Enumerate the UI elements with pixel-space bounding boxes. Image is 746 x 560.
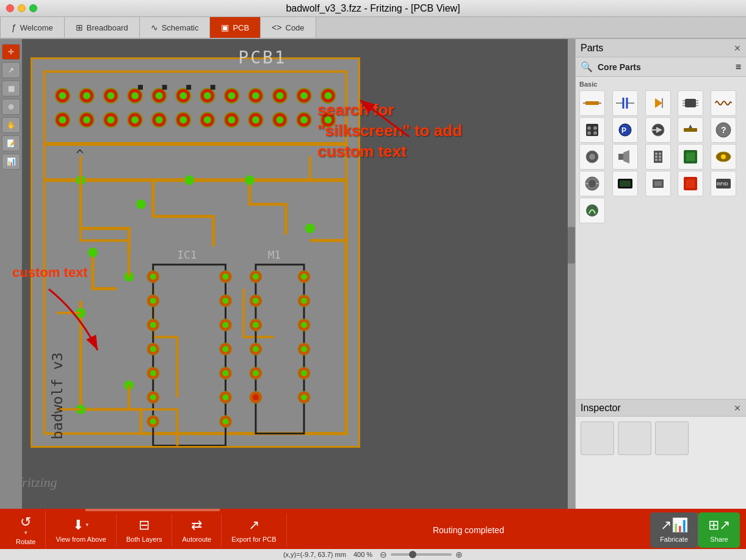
svg-point-41 <box>228 117 235 124</box>
minimize-window-btn[interactable] <box>18 4 26 12</box>
canvas-scrollbar[interactable] <box>568 39 575 509</box>
svg-rect-135 <box>685 99 696 107</box>
window-title: badwolf_v3_3.fzz - Fritzing - [PCB View] <box>286 3 460 14</box>
tab-code[interactable]: <> Code <box>261 17 316 38</box>
autoroute-btn[interactable]: ⇄ Autoroute <box>172 514 222 547</box>
svg-point-45 <box>277 117 284 124</box>
svg-point-92 <box>253 322 259 328</box>
svg-point-9 <box>131 92 139 99</box>
part-speaker[interactable] <box>612 144 638 170</box>
part-unknown[interactable]: ? <box>711 117 736 143</box>
svg-point-37 <box>179 117 187 124</box>
part-pushbutton[interactable]: P <box>612 117 638 143</box>
share-btn[interactable]: ⊞↗ Share <box>698 512 740 548</box>
part-motor[interactable] <box>579 171 605 196</box>
svg-rect-51 <box>162 85 167 90</box>
inspector-panel: Inspector ✕ <box>576 399 746 509</box>
part-sensor[interactable] <box>711 144 736 170</box>
svg-point-143 <box>587 126 591 130</box>
welcome-icon: ƒ <box>12 23 16 32</box>
zoom-out-btn[interactable]: ⊖ <box>380 550 387 559</box>
zoom-in-tool[interactable]: ⊕ <box>2 99 20 115</box>
rotate-tool-btn[interactable]: ↺ ▼ Rotate <box>6 511 46 549</box>
parts-menu-btn[interactable]: ≡ <box>736 62 741 73</box>
part-header[interactable] <box>645 144 671 170</box>
code-icon: <> <box>272 23 281 32</box>
parts-close-btn[interactable]: ✕ <box>734 43 741 53</box>
pcb-board: ^ <box>31 57 360 448</box>
zoom-in-btn[interactable]: ⊕ <box>455 550 463 559</box>
svg-point-108 <box>301 370 307 376</box>
part-inductor[interactable] <box>711 90 736 116</box>
hand-tool[interactable]: ✋ <box>2 117 20 133</box>
svg-point-66 <box>150 346 156 352</box>
part-radio[interactable] <box>579 198 605 223</box>
parts-header-controls: ✕ <box>734 43 741 53</box>
route-tool[interactable]: ↗ <box>2 62 20 78</box>
drc-tool[interactable]: 📊 <box>2 154 20 170</box>
zoom-slider[interactable] <box>391 553 452 556</box>
part-transistor[interactable] <box>645 117 671 143</box>
svg-point-62 <box>150 298 156 304</box>
breadboard-icon: ⊞ <box>76 23 83 32</box>
svg-point-100 <box>301 274 307 280</box>
svg-point-145 <box>587 131 591 135</box>
svg-point-60 <box>150 274 156 280</box>
select-tool[interactable]: ✛ <box>2 44 20 60</box>
svg-point-7 <box>107 92 115 99</box>
export-pcb-btn[interactable]: ↗ Export for PCB <box>222 514 286 547</box>
svg-point-15 <box>204 92 211 99</box>
part-ic2[interactable] <box>678 144 703 170</box>
part-rfid[interactable]: RFID <box>711 171 736 196</box>
part-led[interactable] <box>645 90 671 116</box>
pcb-canvas-label: PCB1 <box>238 48 286 68</box>
close-window-btn[interactable] <box>6 4 14 12</box>
tab-pcb[interactable]: ▣ PCB <box>210 17 261 38</box>
svg-point-25 <box>325 92 332 99</box>
part-connector[interactable] <box>579 117 605 143</box>
tab-schematic[interactable]: ∿ Schematic <box>140 17 211 38</box>
autoroute-icon: ⇄ <box>191 517 202 533</box>
part-display[interactable] <box>612 171 638 196</box>
zoom-display: 400 % <box>353 551 372 558</box>
inspector-close-btn[interactable]: ✕ <box>734 403 741 413</box>
parts-grid: P ? <box>579 90 742 223</box>
svg-point-144 <box>593 126 597 130</box>
part-relay[interactable] <box>645 171 671 196</box>
both-layers-btn[interactable]: ⊟ Both Layers <box>117 514 173 547</box>
parts-search-btn[interactable]: 🔍 <box>581 61 593 73</box>
fabricate-btn[interactable]: ↗📊 Fabricate <box>650 512 698 548</box>
svg-point-78 <box>223 322 229 328</box>
part-capacitor[interactable] <box>612 90 638 116</box>
svg-point-35 <box>156 117 163 124</box>
maximize-window-btn[interactable] <box>29 4 37 12</box>
tab-welcome[interactable]: ƒ Welcome <box>0 17 65 38</box>
svg-rect-50 <box>138 85 143 90</box>
svg-point-33 <box>131 117 139 124</box>
svg-point-161 <box>655 153 657 155</box>
svg-point-165 <box>659 156 661 158</box>
part-ic[interactable] <box>678 90 703 116</box>
svg-point-72 <box>150 418 156 425</box>
part-potentiometer[interactable] <box>678 117 703 143</box>
note-tool[interactable]: 📝 <box>2 135 20 151</box>
svg-point-31 <box>107 117 115 124</box>
fill-tool[interactable]: ▦ <box>2 81 20 96</box>
view-from-above-icon: ⬇ <box>73 517 84 533</box>
part-resistor[interactable] <box>579 90 605 116</box>
svg-point-106 <box>301 346 307 352</box>
part-crystal[interactable] <box>579 144 605 170</box>
svg-point-82 <box>223 370 229 376</box>
svg-point-88 <box>253 274 259 280</box>
part-driver[interactable] <box>678 171 703 196</box>
parts-section-title: Core Parts <box>598 62 731 72</box>
svg-text:RFID: RFID <box>717 181 728 187</box>
view-from-above-btn[interactable]: ⬇ ▼ View from Above <box>46 514 116 547</box>
window-controls <box>6 4 37 12</box>
svg-point-146 <box>593 131 597 135</box>
svg-point-76 <box>223 298 229 304</box>
inspector-header: Inspector ✕ <box>576 400 746 417</box>
tab-breadboard[interactable]: ⊞ Breadboard <box>65 17 140 38</box>
canvas-area[interactable]: ✛ ↗ ▦ ⊕ ✋ 📝 📊 PCB1 <box>0 39 568 509</box>
svg-rect-180 <box>686 179 695 188</box>
